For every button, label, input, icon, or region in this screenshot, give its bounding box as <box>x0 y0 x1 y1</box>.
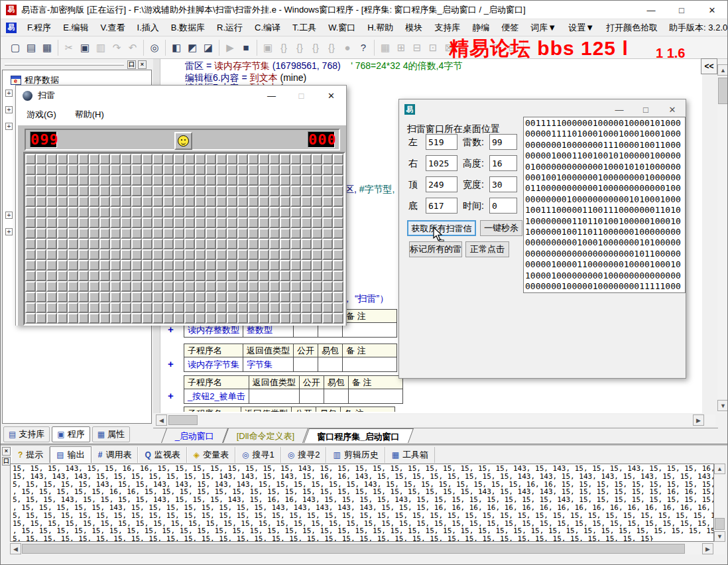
mine-cell[interactable] <box>36 218 46 228</box>
mine-cell[interactable] <box>99 239 110 249</box>
field-input[interactable] <box>426 198 457 214</box>
mine-cell[interactable] <box>131 175 142 186</box>
output-tab-工具箱[interactable]: ▦工具箱 <box>385 447 435 463</box>
mine-cell[interactable] <box>333 271 343 281</box>
mine-cell[interactable] <box>68 239 78 249</box>
mine-cell[interactable] <box>269 281 280 292</box>
editor-vscrollbar[interactable]: ▲ ▼ <box>717 59 728 413</box>
mine-cell[interactable] <box>301 164 312 175</box>
mine-cell[interactable] <box>131 154 142 164</box>
new-file-icon[interactable]: ▢ <box>7 40 23 56</box>
mine-cell[interactable] <box>301 239 312 249</box>
table-cell[interactable]: 字节集 <box>243 357 294 372</box>
mine-cell[interactable] <box>142 292 152 302</box>
mine-cell[interactable] <box>227 154 237 164</box>
mine-cell[interactable] <box>333 292 343 302</box>
mine-cell[interactable] <box>46 313 57 324</box>
mine-cell[interactable] <box>99 164 110 175</box>
mine-cell[interactable] <box>57 154 68 164</box>
mine-cell[interactable] <box>216 218 227 228</box>
mine-cell[interactable] <box>280 164 290 175</box>
smiley-button[interactable] <box>174 132 192 150</box>
mine-cell[interactable] <box>206 271 216 281</box>
mine-cell[interactable] <box>110 218 121 228</box>
mine-cell[interactable] <box>259 218 269 228</box>
maximize-button[interactable]: □ <box>286 86 316 105</box>
output-tab-变量表[interactable]: ◈变量表 <box>187 447 235 463</box>
mine-cell[interactable] <box>99 271 110 281</box>
tree-expander-icon[interactable]: + <box>5 106 13 113</box>
mine-cell[interactable] <box>142 164 152 175</box>
mine-cell[interactable] <box>78 313 89 324</box>
output-vscrollbar[interactable]: ▲ ▼ <box>714 464 725 542</box>
menu-item[interactable]: I.插入 <box>131 20 165 36</box>
mine-cell[interactable] <box>237 186 248 196</box>
scroll-right-icon[interactable]: ▶ <box>702 543 713 554</box>
mine-cell[interactable] <box>322 239 333 249</box>
mine-cell[interactable] <box>195 281 206 292</box>
mine-cell[interactable] <box>301 186 312 196</box>
mine-cell[interactable] <box>152 239 163 249</box>
mine-cell[interactable] <box>57 196 68 207</box>
mine-cell[interactable] <box>46 218 57 228</box>
table-cell[interactable] <box>324 389 348 404</box>
mine-cell[interactable] <box>110 164 121 175</box>
mine-cell[interactable] <box>280 186 290 196</box>
mine-cell[interactable] <box>57 175 68 186</box>
mine-cell[interactable] <box>142 154 152 164</box>
mine-cell[interactable] <box>68 249 78 260</box>
mine-cell[interactable] <box>36 260 46 271</box>
mine-cell[interactable] <box>163 175 174 186</box>
mine-cell[interactable] <box>131 302 142 313</box>
mine-cell[interactable] <box>269 302 280 313</box>
mine-cell[interactable] <box>36 207 46 218</box>
mine-cell[interactable] <box>237 302 248 313</box>
mine-cell[interactable] <box>333 207 343 218</box>
mine-cell[interactable] <box>89 175 99 186</box>
mine-cell[interactable] <box>269 249 280 260</box>
mine-cell[interactable] <box>131 239 142 249</box>
panel-grip[interactable] <box>5 63 124 66</box>
mine-cell[interactable] <box>174 196 184 207</box>
mine-cell[interactable] <box>227 271 237 281</box>
mine-cell[interactable] <box>227 186 237 196</box>
mine-cell[interactable] <box>237 207 248 218</box>
tree-expander-icon[interactable]: + <box>5 123 13 130</box>
mine-cell[interactable] <box>269 292 280 302</box>
mine-cell[interactable] <box>280 154 290 164</box>
menu-item[interactable]: F.程序 <box>21 20 57 36</box>
mine-cell[interactable] <box>174 175 184 186</box>
mine-cell[interactable] <box>174 292 184 302</box>
mine-cell[interactable] <box>25 302 36 313</box>
menu-item[interactable]: B.数据库 <box>165 20 211 36</box>
mine-cell[interactable] <box>152 154 163 164</box>
editor-tab[interactable]: [Dll命令定义表] <box>223 428 308 443</box>
mine-cell[interactable] <box>290 302 301 313</box>
output-tab-剪辑历史[interactable]: ▥剪辑历史 <box>326 447 385 463</box>
mine-cell[interactable] <box>227 313 237 324</box>
mine-cell[interactable] <box>174 207 184 218</box>
mine-cell[interactable] <box>227 292 237 302</box>
mine-cell[interactable] <box>269 271 280 281</box>
mine-cell[interactable] <box>174 164 184 175</box>
mine-cell[interactable] <box>290 207 301 218</box>
mine-cell[interactable] <box>312 154 322 164</box>
mine-cell[interactable] <box>99 313 110 324</box>
mine-cell[interactable] <box>206 186 216 196</box>
mine-cell[interactable] <box>290 154 301 164</box>
mine-cell[interactable] <box>280 302 290 313</box>
mine-cell[interactable] <box>312 313 322 324</box>
mine-cell[interactable] <box>206 154 216 164</box>
mine-cell[interactable] <box>142 196 152 207</box>
mine-cell[interactable] <box>110 186 121 196</box>
mine-cell[interactable] <box>237 175 248 186</box>
mine-cell[interactable] <box>248 186 259 196</box>
mine-cell[interactable] <box>301 292 312 302</box>
mine-cell[interactable] <box>110 154 121 164</box>
mine-cell[interactable] <box>290 271 301 281</box>
mine-cell[interactable] <box>131 292 142 302</box>
mine-cell[interactable] <box>280 271 290 281</box>
collapse-panel-button[interactable]: << <box>701 58 717 74</box>
minimize-button[interactable]: — <box>636 1 666 19</box>
mine-cell[interactable] <box>89 196 99 207</box>
